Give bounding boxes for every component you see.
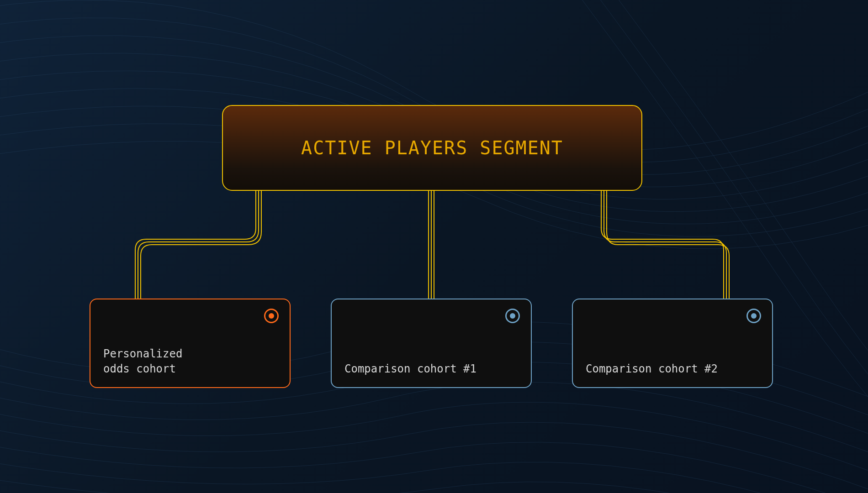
connector-lines [0, 0, 868, 493]
status-dot-icon [505, 309, 520, 323]
cohort-comparison-1: Comparison cohort #1 [331, 299, 532, 388]
cohort-personalized-odds: Personalized odds cohort [90, 299, 291, 388]
cohort-label: Comparison cohort #1 [344, 362, 476, 376]
segment-title: ACTIVE PLAYERS SEGMENT [301, 137, 563, 158]
segment-box: ACTIVE PLAYERS SEGMENT [222, 105, 642, 191]
background-lines [0, 0, 868, 493]
status-dot-icon [746, 309, 761, 323]
diagram-canvas: ACTIVE PLAYERS SEGMENT Personalized odds… [0, 0, 868, 493]
cohort-label: Comparison cohort #2 [586, 362, 718, 376]
status-dot-icon [264, 309, 279, 323]
cohort-label: Personalized odds cohort [103, 346, 182, 376]
cohort-comparison-2: Comparison cohort #2 [572, 299, 773, 388]
